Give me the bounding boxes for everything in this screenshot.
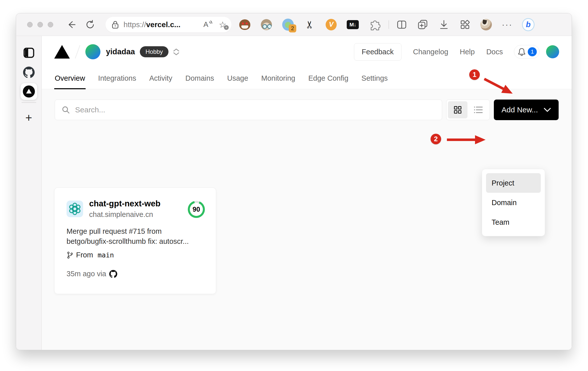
- docs-link[interactable]: Docs: [486, 48, 503, 56]
- tab-settings[interactable]: Settings: [362, 68, 388, 89]
- vercel-logo[interactable]: [54, 45, 70, 59]
- browser-tab-vercel-active[interactable]: [21, 83, 37, 100]
- from-label: From: [76, 251, 93, 259]
- add-favorite-button[interactable]: ☆+: [219, 20, 226, 29]
- extension-translate[interactable]: 2: [282, 18, 294, 31]
- collections-icon: [417, 19, 429, 30]
- url-scheme: https://: [124, 20, 146, 29]
- changelog-link[interactable]: Changelog: [413, 48, 448, 56]
- read-aloud-button[interactable]: A: [203, 20, 212, 29]
- close-window-button[interactable]: [27, 22, 33, 27]
- lady-face-icon: [261, 19, 272, 30]
- search-input[interactable]: [75, 106, 435, 114]
- toolbar-divider: [389, 20, 389, 29]
- search-icon: [62, 106, 70, 114]
- team-avatar: [85, 44, 100, 59]
- github-favicon: [23, 67, 35, 78]
- settings-more-button[interactable]: ···: [501, 18, 513, 31]
- browser-tab-github[interactable]: [21, 64, 37, 81]
- profile-button[interactable]: [480, 18, 492, 31]
- extension-clipper[interactable]: ✂: [303, 18, 316, 31]
- extension-markdownload[interactable]: M↓: [346, 18, 359, 31]
- sidebar-divider: [22, 102, 36, 103]
- commit-line-2: betgo/bugfix-scrollthumb fix: autoscr...: [67, 236, 204, 246]
- tab-domains[interactable]: Domains: [185, 68, 214, 89]
- tab-monitoring[interactable]: Monitoring: [261, 68, 295, 89]
- openai-logo-icon: [69, 203, 81, 215]
- dropdown-item-domain[interactable]: Domain: [486, 193, 541, 212]
- vercel-tab-bar: Overview Integrations Activity Domains U…: [42, 68, 572, 89]
- search-box: [55, 100, 442, 120]
- plan-badge: Hobby: [140, 46, 168, 57]
- vercel-favicon: [23, 85, 35, 98]
- address-bar[interactable]: https://vercel.c... A ☆+: [105, 17, 231, 32]
- zoom-window-button[interactable]: [48, 22, 53, 27]
- download-icon: [438, 19, 450, 30]
- view-toggle: [446, 100, 490, 120]
- dropdown-item-project[interactable]: Project: [486, 173, 541, 193]
- add-new-button[interactable]: Add New...: [494, 100, 559, 120]
- bing-chat-button[interactable]: b: [522, 18, 535, 31]
- tab-activity[interactable]: Activity: [149, 68, 172, 89]
- downloads-button[interactable]: [438, 18, 450, 31]
- v-circle-icon: V: [326, 19, 337, 30]
- browser-sidebar: +: [16, 36, 42, 350]
- add-new-dropdown: Project Domain Team: [482, 169, 545, 236]
- favorite-plus-icon: +: [224, 25, 229, 30]
- desktop-background: https://vercel.c... A ☆+ 2 ✂ V M↓: [0, 0, 588, 371]
- branch-name: main: [98, 251, 114, 259]
- team-name[interactable]: yidadaa: [106, 47, 135, 56]
- markdown-download-icon: M↓: [347, 20, 359, 29]
- deploy-time-row: 35m ago via: [67, 270, 204, 278]
- back-button[interactable]: [65, 19, 77, 30]
- score-value: 90: [193, 206, 200, 213]
- breadcrumb-slash: [75, 45, 80, 58]
- tab-integrations[interactable]: Integrations: [98, 68, 136, 89]
- new-tab-button[interactable]: +: [21, 109, 37, 126]
- extension-singlefile[interactable]: [260, 18, 273, 31]
- url-host: vercel.c...: [146, 20, 181, 29]
- annotation-step-1: 1: [469, 69, 480, 80]
- extension-tampermonkey[interactable]: [239, 18, 251, 31]
- project-card-header: chat-gpt-next-web chat.simplenaive.cn: [67, 199, 204, 219]
- time-ago: 35m ago via: [67, 270, 106, 278]
- tab-edge-config[interactable]: Edge Config: [308, 68, 348, 89]
- collections-button[interactable]: [417, 18, 429, 31]
- refresh-button[interactable]: [84, 19, 96, 30]
- git-branch-icon: [67, 251, 73, 259]
- extension-v[interactable]: V: [325, 18, 337, 31]
- project-icon: [67, 201, 83, 217]
- window-controls: [27, 22, 53, 27]
- puzzle-icon: [368, 19, 380, 31]
- branch-row: From main: [67, 251, 204, 259]
- tab-usage[interactable]: Usage: [227, 68, 248, 89]
- tab-overview[interactable]: Overview: [55, 68, 85, 89]
- ellipsis-icon: ···: [502, 20, 513, 29]
- grid-view-button[interactable]: [448, 101, 467, 118]
- help-link[interactable]: Help: [460, 48, 475, 56]
- read-aloud-label: A: [203, 20, 208, 29]
- minimize-window-button[interactable]: [37, 22, 43, 27]
- team-switcher-button[interactable]: [173, 48, 180, 56]
- scissors-icon: ✂: [304, 20, 315, 29]
- list-view-button[interactable]: [468, 101, 488, 118]
- notifications-button[interactable]: 1: [514, 45, 540, 59]
- score-gauge: 90: [188, 201, 205, 218]
- url-text: https://vercel.c...: [124, 20, 203, 29]
- dropdown-item-team[interactable]: Team: [486, 212, 541, 232]
- chevron-down-icon: [544, 108, 551, 112]
- chevron-up-icon: [173, 48, 180, 52]
- user-avatar[interactable]: [546, 45, 559, 58]
- split-screen-button[interactable]: [395, 18, 408, 31]
- commit-line-1: Merge pull request #715 from: [67, 226, 204, 236]
- project-card[interactable]: chat-gpt-next-web chat.simplenaive.cn 90…: [54, 188, 216, 294]
- chevron-down-icon: [173, 52, 180, 56]
- project-domain[interactable]: chat.simplenaive.cn: [89, 210, 160, 219]
- apps-button[interactable]: [459, 18, 471, 31]
- sidebar-panel-toggle-button[interactable]: [21, 44, 37, 61]
- feedback-button[interactable]: Feedback: [354, 43, 401, 61]
- controls-row: Add New...: [55, 100, 559, 120]
- extensions-menu-button[interactable]: [368, 18, 381, 31]
- project-name[interactable]: chat-gpt-next-web: [89, 199, 160, 208]
- browser-window: https://vercel.c... A ☆+ 2 ✂ V M↓: [16, 13, 572, 350]
